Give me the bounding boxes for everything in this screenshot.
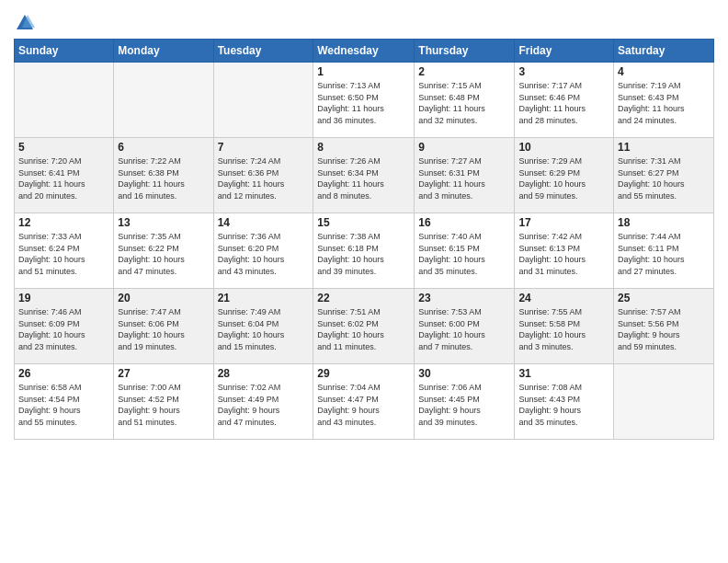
calendar-cell: 13Sunrise: 7:35 AM Sunset: 6:22 PM Dayli… xyxy=(114,213,213,289)
day-number: 27 xyxy=(118,367,209,380)
day-info: Sunrise: 7:29 AM Sunset: 6:29 PM Dayligh… xyxy=(518,155,609,201)
day-number: 9 xyxy=(418,141,510,154)
calendar-cell: 31Sunrise: 7:08 AM Sunset: 4:43 PM Dayli… xyxy=(515,364,614,440)
day-info: Sunrise: 7:33 AM Sunset: 6:24 PM Dayligh… xyxy=(18,231,109,277)
day-number: 24 xyxy=(518,292,609,304)
day-info: Sunrise: 7:53 AM Sunset: 6:00 PM Dayligh… xyxy=(418,306,510,352)
day-info: Sunrise: 7:55 AM Sunset: 5:58 PM Dayligh… xyxy=(518,306,609,352)
day-info: Sunrise: 7:19 AM Sunset: 6:43 PM Dayligh… xyxy=(618,80,710,126)
calendar-header-row: SundayMondayTuesdayWednesdayThursdayFrid… xyxy=(15,40,714,63)
day-info: Sunrise: 7:06 AM Sunset: 4:45 PM Dayligh… xyxy=(418,382,510,428)
day-info: Sunrise: 7:51 AM Sunset: 6:02 PM Dayligh… xyxy=(317,306,410,352)
calendar-cell: 17Sunrise: 7:42 AM Sunset: 6:13 PM Dayli… xyxy=(515,213,614,289)
day-number: 1 xyxy=(317,65,410,78)
day-number: 20 xyxy=(118,292,209,304)
calendar-cell: 18Sunrise: 7:44 AM Sunset: 6:11 PM Dayli… xyxy=(614,213,714,289)
calendar-cell: 28Sunrise: 7:02 AM Sunset: 4:49 PM Dayli… xyxy=(213,364,313,440)
day-info: Sunrise: 6:58 AM Sunset: 4:54 PM Dayligh… xyxy=(18,382,109,428)
calendar-cell: 24Sunrise: 7:55 AM Sunset: 5:58 PM Dayli… xyxy=(515,289,614,364)
day-number: 4 xyxy=(618,65,710,78)
day-number: 28 xyxy=(218,367,310,380)
day-number: 14 xyxy=(218,216,310,229)
calendar-page: SundayMondayTuesdayWednesdayThursdayFrid… xyxy=(0,0,728,563)
calendar-table: SundayMondayTuesdayWednesdayThursdayFrid… xyxy=(14,39,714,440)
calendar-cell: 19Sunrise: 7:46 AM Sunset: 6:09 PM Dayli… xyxy=(15,289,114,364)
calendar-cell: 20Sunrise: 7:47 AM Sunset: 6:06 PM Dayli… xyxy=(114,289,213,364)
calendar-cell: 7Sunrise: 7:24 AM Sunset: 6:36 PM Daylig… xyxy=(213,138,313,213)
calendar-day-header: Thursday xyxy=(415,40,515,63)
calendar-week-row: 19Sunrise: 7:46 AM Sunset: 6:09 PM Dayli… xyxy=(15,289,714,364)
calendar-cell: 22Sunrise: 7:51 AM Sunset: 6:02 PM Dayli… xyxy=(313,289,415,364)
day-number: 29 xyxy=(317,367,410,380)
day-number: 16 xyxy=(418,216,510,229)
day-info: Sunrise: 7:38 AM Sunset: 6:18 PM Dayligh… xyxy=(317,231,410,277)
calendar-cell: 16Sunrise: 7:40 AM Sunset: 6:15 PM Dayli… xyxy=(415,213,515,289)
calendar-week-row: 26Sunrise: 6:58 AM Sunset: 4:54 PM Dayli… xyxy=(15,364,714,440)
day-info: Sunrise: 7:22 AM Sunset: 6:38 PM Dayligh… xyxy=(118,155,209,201)
day-number: 15 xyxy=(317,216,410,229)
day-number: 18 xyxy=(618,216,710,229)
day-number: 25 xyxy=(618,292,710,304)
calendar-day-header: Wednesday xyxy=(313,40,415,63)
day-number: 11 xyxy=(618,141,710,154)
calendar-week-row: 5Sunrise: 7:20 AM Sunset: 6:41 PM Daylig… xyxy=(15,138,714,213)
calendar-cell: 6Sunrise: 7:22 AM Sunset: 6:38 PM Daylig… xyxy=(114,138,213,213)
logo-area xyxy=(14,9,39,33)
day-info: Sunrise: 7:44 AM Sunset: 6:11 PM Dayligh… xyxy=(618,231,710,277)
calendar-day-header: Friday xyxy=(515,40,614,63)
day-info: Sunrise: 7:46 AM Sunset: 6:09 PM Dayligh… xyxy=(18,306,109,352)
calendar-cell: 26Sunrise: 6:58 AM Sunset: 4:54 PM Dayli… xyxy=(15,364,114,440)
day-number: 7 xyxy=(218,141,310,154)
day-number: 22 xyxy=(317,292,410,304)
calendar-cell: 11Sunrise: 7:31 AM Sunset: 6:27 PM Dayli… xyxy=(614,138,714,213)
day-info: Sunrise: 7:31 AM Sunset: 6:27 PM Dayligh… xyxy=(618,155,710,201)
calendar-cell: 9Sunrise: 7:27 AM Sunset: 6:31 PM Daylig… xyxy=(415,138,515,213)
calendar-cell: 3Sunrise: 7:17 AM Sunset: 6:46 PM Daylig… xyxy=(515,63,614,138)
day-info: Sunrise: 7:27 AM Sunset: 6:31 PM Dayligh… xyxy=(418,155,510,201)
day-info: Sunrise: 7:24 AM Sunset: 6:36 PM Dayligh… xyxy=(218,155,310,201)
calendar-cell xyxy=(114,63,213,138)
day-number: 5 xyxy=(18,141,109,154)
calendar-cell: 2Sunrise: 7:15 AM Sunset: 6:48 PM Daylig… xyxy=(415,63,515,138)
day-number: 10 xyxy=(518,141,609,154)
day-number: 13 xyxy=(118,216,209,229)
calendar-cell: 15Sunrise: 7:38 AM Sunset: 6:18 PM Dayli… xyxy=(313,213,415,289)
day-info: Sunrise: 7:40 AM Sunset: 6:15 PM Dayligh… xyxy=(418,231,510,277)
day-number: 31 xyxy=(518,367,609,380)
day-info: Sunrise: 7:26 AM Sunset: 6:34 PM Dayligh… xyxy=(317,155,410,201)
calendar-cell: 8Sunrise: 7:26 AM Sunset: 6:34 PM Daylig… xyxy=(313,138,415,213)
day-info: Sunrise: 7:49 AM Sunset: 6:04 PM Dayligh… xyxy=(218,306,310,352)
calendar-cell: 10Sunrise: 7:29 AM Sunset: 6:29 PM Dayli… xyxy=(515,138,614,213)
calendar-week-row: 12Sunrise: 7:33 AM Sunset: 6:24 PM Dayli… xyxy=(15,213,714,289)
calendar-cell: 14Sunrise: 7:36 AM Sunset: 6:20 PM Dayli… xyxy=(213,213,313,289)
day-number: 2 xyxy=(418,65,510,78)
header xyxy=(14,9,714,33)
day-info: Sunrise: 7:20 AM Sunset: 6:41 PM Dayligh… xyxy=(18,155,109,201)
day-info: Sunrise: 7:15 AM Sunset: 6:48 PM Dayligh… xyxy=(418,80,510,126)
calendar-cell: 12Sunrise: 7:33 AM Sunset: 6:24 PM Dayli… xyxy=(15,213,114,289)
calendar-cell: 1Sunrise: 7:13 AM Sunset: 6:50 PM Daylig… xyxy=(313,63,415,138)
calendar-cell: 4Sunrise: 7:19 AM Sunset: 6:43 PM Daylig… xyxy=(614,63,714,138)
day-info: Sunrise: 7:47 AM Sunset: 6:06 PM Dayligh… xyxy=(118,306,209,352)
day-info: Sunrise: 7:36 AM Sunset: 6:20 PM Dayligh… xyxy=(218,231,310,277)
calendar-day-header: Saturday xyxy=(614,40,714,63)
day-number: 8 xyxy=(317,141,410,154)
calendar-cell: 30Sunrise: 7:06 AM Sunset: 4:45 PM Dayli… xyxy=(415,364,515,440)
day-number: 26 xyxy=(18,367,109,380)
day-info: Sunrise: 7:13 AM Sunset: 6:50 PM Dayligh… xyxy=(317,80,410,126)
calendar-cell xyxy=(15,63,114,138)
calendar-day-header: Monday xyxy=(114,40,213,63)
calendar-cell: 27Sunrise: 7:00 AM Sunset: 4:52 PM Dayli… xyxy=(114,364,213,440)
day-info: Sunrise: 7:08 AM Sunset: 4:43 PM Dayligh… xyxy=(518,382,609,428)
calendar-cell xyxy=(213,63,313,138)
calendar-cell: 25Sunrise: 7:57 AM Sunset: 5:56 PM Dayli… xyxy=(614,289,714,364)
day-info: Sunrise: 7:00 AM Sunset: 4:52 PM Dayligh… xyxy=(118,382,209,428)
day-number: 30 xyxy=(418,367,510,380)
day-number: 6 xyxy=(118,141,209,154)
calendar-cell: 29Sunrise: 7:04 AM Sunset: 4:47 PM Dayli… xyxy=(313,364,415,440)
calendar-week-row: 1Sunrise: 7:13 AM Sunset: 6:50 PM Daylig… xyxy=(15,63,714,138)
calendar-cell: 23Sunrise: 7:53 AM Sunset: 6:00 PM Dayli… xyxy=(415,289,515,364)
day-info: Sunrise: 7:57 AM Sunset: 5:56 PM Dayligh… xyxy=(618,306,710,352)
day-number: 21 xyxy=(218,292,310,304)
calendar-cell: 21Sunrise: 7:49 AM Sunset: 6:04 PM Dayli… xyxy=(213,289,313,364)
